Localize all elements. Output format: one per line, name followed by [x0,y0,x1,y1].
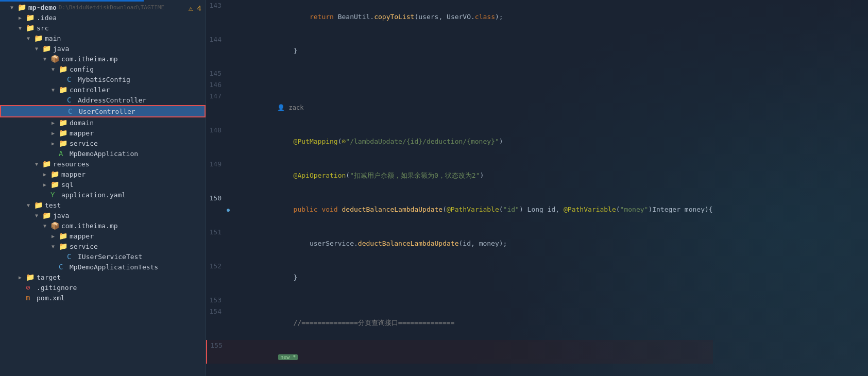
sidebar-item-sql[interactable]: ▶ 📁 sql [0,179,206,190]
sidebar-item-pomxml[interactable]: ▶ m pom.xml [0,293,206,303]
sidebar-item-mybatisconfig[interactable]: ▶ C MybatisConfig [0,74,206,84]
expand-arrow-config: ▼ [52,66,59,72]
sidebar-label-target: target [37,274,61,281]
sidebar-item-mapper-res[interactable]: ▶ 📁 mapper [0,169,206,179]
code-text-155: new * @ApiOperation("根据分页条件查询用户的接口") [238,340,450,364]
sidebar-item-domain[interactable]: ▶ 📁 domain [0,117,206,128]
class-icon-iusertest: C [67,252,76,261]
sidebar-item-resources[interactable]: ▼ 📁 resources [0,159,206,169]
code-line-147: 147 👤 zack [206,91,713,125]
sidebar-label-pomxml: pom.xml [37,294,65,302]
sidebar-item-java-test[interactable]: ▼ 📁 java [0,210,206,220]
sidebar-label-gitignore: .gitignore [37,284,77,292]
folder-icon-idea: 📁 [26,13,35,22]
sidebar-item-usercontroller[interactable]: ▶ C UserController [0,105,206,117]
sidebar-item-src[interactable]: ▼ 📁 src [0,23,206,33]
sidebar-item-target[interactable]: ▶ 📁 target [0,272,206,282]
gutter-153 [227,295,237,306]
folder-icon-main: 📁 [34,34,43,42]
new-badge: new * [278,354,298,360]
sidebar-item-test[interactable]: ▼ 📁 test [0,200,206,210]
expand-arrow-service: ▶ [52,141,59,146]
sidebar-item-mpdemo[interactable]: ▶ A MpDemoApplication [0,148,206,159]
folder-icon-mapper-res: 📁 [50,170,60,178]
expand-arrow-java: ▼ [35,46,42,52]
sidebar-item-mpdemo-tests[interactable]: ▶ C MpDemoApplicationTests [0,262,206,272]
line-number-152: 152 [206,261,227,295]
expand-arrow-mapper: ▶ [52,130,59,136]
line-number-150: 150 [206,193,227,227]
sidebar-label-usercontroller: UserController [79,108,135,115]
folder-icon-domain: 📁 [59,118,68,127]
gutter-154 [227,306,237,340]
sidebar-label-service: service [70,140,98,147]
folder-icon-mapper: 📁 [59,129,68,137]
gutter-152 [227,261,237,295]
yaml-icon: Y [50,191,60,199]
folder-icon: 📁 [18,3,27,11]
class-icon-addresscontroller: C [67,96,76,104]
progress-bar [0,0,144,2]
code-text-150: public void deductBalanceLambdaUpdate(@P… [237,193,713,227]
code-editor: 143 return BeanUtil.copyToList(users, Us… [206,0,868,376]
folder-icon-config: 📁 [59,65,68,73]
code-line-154: 154 //==============分页查询接口============== [206,306,713,340]
project-path: D:\BaiduNetdiskDownload\TAGTIME [59,4,164,11]
line-number-143: 143 [206,0,227,34]
xml-icon: m [26,294,35,302]
expand-arrow-domain: ▶ [52,120,59,126]
code-line-144: 144 } [206,34,713,68]
expand-arrow-java-test: ▼ [35,213,42,218]
sidebar-item-iuserservicetest[interactable]: ▶ C IUserServiceTest [0,251,206,262]
class-icon-mpdemo-tests: C [59,263,68,271]
sidebar-item-com[interactable]: ▼ 📦 com.itheima.mp [0,54,206,64]
expand-arrow-controller: ▼ [52,87,59,93]
sidebar-item-yaml[interactable]: ▶ Y application.yaml [0,190,206,200]
sidebar-item-java[interactable]: ▼ 📁 java [0,43,206,54]
gutter-149 [227,159,237,193]
warning-indicator: ⚠ 4 [189,4,201,12]
line-number-145: 145 [206,68,227,79]
expand-arrow-mapper-res: ▶ [43,172,50,177]
sidebar-item-service-test[interactable]: ▼ 📁 service [0,241,206,251]
sidebar-label-mapper-res: mapper [61,170,86,178]
folder-icon-test: 📁 [34,201,43,209]
sidebar-label-mapper-test: mapper [70,232,94,240]
code-line-151: 151 userService.deductBalanceLambdaUpdat… [206,227,713,261]
code-line-143: 143 return BeanUtil.copyToList(users, Us… [206,0,713,34]
line-number-149: 149 [206,159,227,193]
expand-arrow-resources: ▼ [35,161,42,167]
sidebar-label-com-test: com.itheima.mp [61,222,118,230]
file-tree[interactable]: ⚠ 4 ▼ 📁 mp-demo D:\BaiduNetdiskDownload\… [0,0,206,376]
gutter-147 [227,91,237,125]
sidebar-item-gitignore[interactable]: ▶ ⊘ .gitignore [0,282,206,293]
code-line-146: 146 [206,79,713,91]
sidebar-item-controller[interactable]: ▼ 📁 controller [0,84,206,95]
expand-arrow: ▼ [10,5,18,10]
app-icon-mpdemo: A [59,149,68,158]
code-text-147: 👤 zack [237,91,303,125]
sidebar-item-service-main[interactable]: ▶ 📁 service [0,138,206,148]
code-text-152: } [237,261,297,295]
sidebar-label-iuserservicetest: IUserServiceTest [78,253,142,261]
package-icon-com-test: 📦 [50,221,60,230]
expand-arrow-com-test: ▼ [43,223,50,229]
sidebar-item-main[interactable]: ▼ 📁 main [0,33,206,43]
sidebar-item-addresscontroller[interactable]: ▶ C AddressController [0,95,206,105]
gutter-143 [227,0,237,34]
code-line-148: 148 @PutMapping(⊙"/lambdaUpdate/{id}/ded… [206,125,713,159]
line-number-155: 155 [207,340,228,364]
code-text-149: @ApiOperation("扣减用户余额，如果余额为0，状态改为2") [237,159,484,193]
sidebar-item-idea[interactable]: ▶ 📁 .idea [0,12,206,23]
sidebar-label-yaml: application.yaml [61,191,126,199]
sidebar-item-config[interactable]: ▼ 📁 config [0,64,206,74]
sidebar-label-mybatisconfig: MybatisConfig [78,76,130,83]
expand-arrow-mapper-test: ▶ [52,233,59,239]
sidebar-item-mapper[interactable]: ▶ 📁 mapper [0,128,206,138]
class-icon-usercontroller: C [68,107,77,115]
sidebar-item-mapper-test[interactable]: ▶ 📁 mapper [0,231,206,241]
sidebar-item-com-test[interactable]: ▼ 📦 com.itheima.mp [0,220,206,231]
folder-icon-target: 📁 [26,273,35,281]
folder-icon-mapper-test: 📁 [59,232,68,240]
sidebar-item-root[interactable]: ▼ 📁 mp-demo D:\BaiduNetdiskDownload\TAGT… [0,2,206,12]
